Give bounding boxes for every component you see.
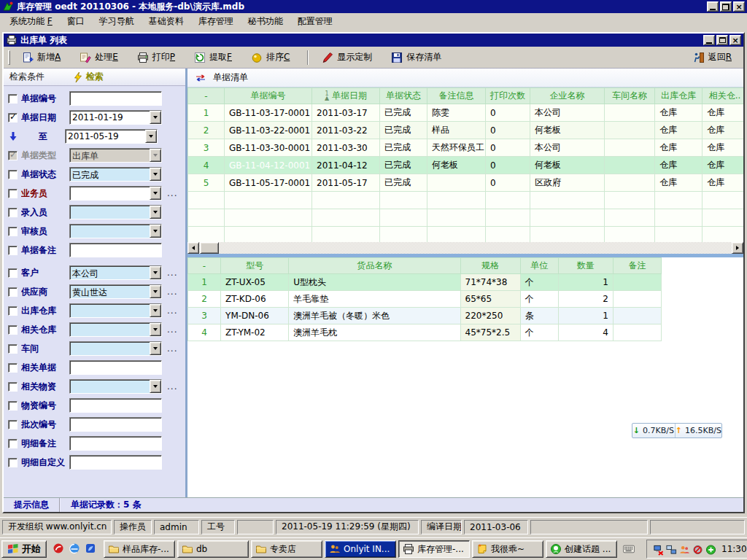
more-options-button[interactable]: ... [167, 324, 177, 335]
more-options-button[interactable]: ... [167, 268, 177, 278]
menu-item-7[interactable]: 配置管理 [290, 13, 340, 30]
scrollbar-thumb[interactable] [200, 242, 219, 254]
cell[interactable]: 2 [188, 291, 221, 308]
network-error-icon[interactable] [653, 544, 664, 555]
more-options-button[interactable]: ... [167, 343, 177, 354]
column-header-车间名称[interactable]: 车间名称 [605, 88, 655, 104]
child-minimize-icon[interactable] [703, 35, 715, 45]
cell[interactable]: 仓库 [655, 122, 703, 139]
chevron-down-icon[interactable] [150, 266, 161, 279]
taskbar-task-5[interactable]: 库存管理-... [398, 540, 470, 558]
toolbar-button-save[interactable]: 保存清单 [387, 49, 446, 66]
dropdown-供应商[interactable]: 黄山世达 [69, 284, 162, 299]
cell[interactable]: 3 [188, 308, 221, 324]
checkbox-相关单据[interactable] [8, 363, 18, 373]
column-header-型号[interactable]: 型号 [221, 258, 289, 274]
column-header-备注信息[interactable]: 备注信息 [427, 88, 486, 104]
cell[interactable]: 已完成 [380, 139, 427, 157]
input-单据编号[interactable] [69, 91, 162, 106]
cell[interactable]: 澳洲羊毛枕 [289, 324, 460, 341]
chevron-down-icon[interactable] [150, 111, 161, 124]
input-明细自定义[interactable] [69, 455, 162, 470]
dropdown-审核员[interactable] [69, 224, 162, 238]
minimize-icon[interactable] [707, 1, 719, 12]
cell[interactable]: 个 [520, 291, 558, 308]
checkbox-供应商[interactable] [8, 287, 18, 297]
cell[interactable]: 2011-03-30 [312, 139, 380, 157]
cell[interactable]: 区政府 [530, 174, 605, 192]
chevron-down-icon[interactable] [150, 168, 161, 181]
cell[interactable]: 条 [520, 308, 558, 324]
checkbox-单据编号[interactable] [8, 94, 18, 104]
cell[interactable]: 0 [486, 139, 530, 157]
checkbox-审核员[interactable] [8, 227, 18, 236]
chevron-down-icon[interactable] [150, 323, 161, 336]
checkbox-相关物资[interactable] [8, 382, 18, 392]
dropdown-相关物资[interactable] [69, 379, 162, 394]
restore-icon[interactable] [720, 1, 732, 12]
cell[interactable]: 5 [188, 174, 225, 192]
taskbar-task-2[interactable]: db [177, 540, 249, 558]
close-icon[interactable]: × [733, 1, 745, 12]
child-close-icon[interactable]: × [729, 35, 741, 45]
cell[interactable]: 2 [188, 122, 225, 139]
cell[interactable]: 1 [188, 104, 225, 122]
toolbar-button-print[interactable]: 打印P [133, 49, 179, 66]
toolbar-button-new[interactable]: 新增A [18, 49, 65, 66]
input-批次编号[interactable] [69, 417, 162, 432]
cell[interactable]: 已完成 [380, 104, 427, 122]
chevron-down-icon[interactable] [150, 206, 161, 219]
checkbox-客户[interactable] [8, 268, 18, 278]
cell[interactable]: 样品 [427, 122, 486, 139]
dropdown-相关仓库[interactable] [69, 322, 162, 337]
scrollbar-track[interactable] [219, 242, 732, 254]
input-相关单据[interactable] [69, 360, 162, 375]
dropdown-录入员[interactable] [69, 205, 162, 219]
cell[interactable] [613, 308, 661, 324]
column-header-index[interactable]: - [188, 88, 225, 104]
cell[interactable]: 仓库 [655, 139, 703, 157]
scroll-right-icon[interactable] [732, 242, 743, 254]
cell[interactable]: 天然环保员工 [427, 139, 486, 157]
cell[interactable]: 0 [486, 174, 530, 192]
child-maximize-icon[interactable] [716, 35, 728, 45]
cell[interactable]: 澳洲羊毛被（冬暖）米色 [289, 308, 460, 324]
chevron-down-icon[interactable] [145, 130, 157, 143]
table-row[interactable]: 4GB-11-04-12-00012011-04-12已完成何老板0何老板仓库仓… [188, 157, 744, 174]
cell[interactable] [605, 139, 655, 157]
cell[interactable]: 何老板 [530, 122, 605, 139]
checkbox-相关仓库[interactable] [8, 325, 18, 335]
network-icon[interactable] [666, 544, 677, 555]
cell[interactable]: 仓库 [703, 104, 744, 122]
toolbar-button-process[interactable]: 处理E [75, 49, 123, 66]
more-options-button[interactable]: ... [167, 287, 177, 297]
cell[interactable]: 2011-03-22 [312, 122, 380, 139]
cell[interactable]: 65*65 [460, 291, 520, 308]
dropdown-单据日期[interactable]: 2011-01-19 [69, 110, 162, 125]
checkbox-明细自定义[interactable] [8, 458, 18, 467]
cell[interactable]: GB-11-04-12-0001 [225, 157, 312, 174]
cell[interactable]: ZT-KD-06 [221, 291, 289, 308]
column-header-单位[interactable]: 单位 [520, 258, 558, 274]
menu-item-4[interactable]: 基础资料 [142, 13, 191, 30]
column-header-单据状态[interactable]: 单据状态 [380, 88, 427, 104]
menu-item-1[interactable]: 系统功能 F [2, 13, 60, 30]
chevron-down-icon[interactable] [150, 187, 161, 200]
cell[interactable]: 2011-05-17 [312, 174, 380, 192]
green-plus-icon[interactable] [705, 544, 716, 555]
cell[interactable]: 2011-03-17 [312, 104, 380, 122]
column-header-单据日期[interactable]: 1▲单据日期 [312, 88, 380, 104]
input-单据备注[interactable] [69, 243, 162, 257]
dropdown-出库仓库[interactable] [69, 303, 162, 318]
cell[interactable] [605, 122, 655, 139]
checkbox-出库仓库[interactable] [8, 306, 18, 316]
toolbar-grip[interactable] [8, 50, 10, 65]
dropdown-至[interactable]: 2011-05-19 [65, 129, 158, 144]
table-row[interactable]: 3GB-11-03-30-00012011-03-30已完成天然环保员工0本公司… [188, 139, 744, 157]
table-row[interactable]: 5GB-11-05-17-00012011-05-17已完成0区政府仓库仓库 [188, 174, 744, 192]
checkbox-单据状态[interactable] [8, 170, 18, 179]
table-row[interactable]: 2GB-11-03-22-00012011-03-22已完成样品0何老板仓库仓库 [188, 122, 744, 139]
checkbox-车间[interactable] [8, 344, 18, 354]
cell[interactable]: 0 [486, 104, 530, 122]
cell[interactable]: 已完成 [380, 122, 427, 139]
